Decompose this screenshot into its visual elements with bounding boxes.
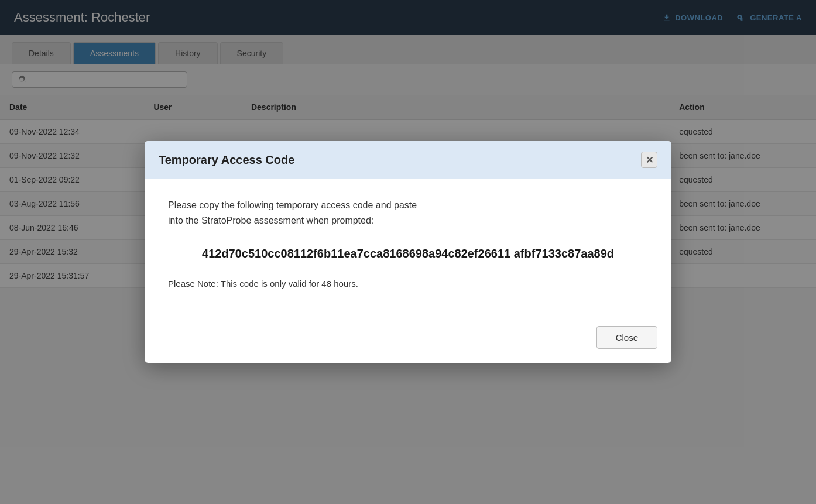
modal-dialog: Temporary Access Code ✕ Please copy the … <box>145 141 671 362</box>
modal-header: Temporary Access Code ✕ <box>145 141 671 179</box>
modal-footer: Close <box>145 317 671 363</box>
access-code-display: 412d70c510cc08112f6b11ea7cca8168698a94c8… <box>168 245 648 262</box>
modal-body: Please copy the following temporary acce… <box>145 179 671 316</box>
modal-close-x-button[interactable]: ✕ <box>641 152 657 168</box>
modal-note: Please Note: This code is only valid for… <box>168 279 648 289</box>
modal-close-button[interactable]: Close <box>596 326 657 349</box>
modal-title: Temporary Access Code <box>159 153 294 167</box>
modal-overlay: Temporary Access Code ✕ Please copy the … <box>0 0 816 504</box>
modal-description: Please copy the following temporary acce… <box>168 198 648 228</box>
